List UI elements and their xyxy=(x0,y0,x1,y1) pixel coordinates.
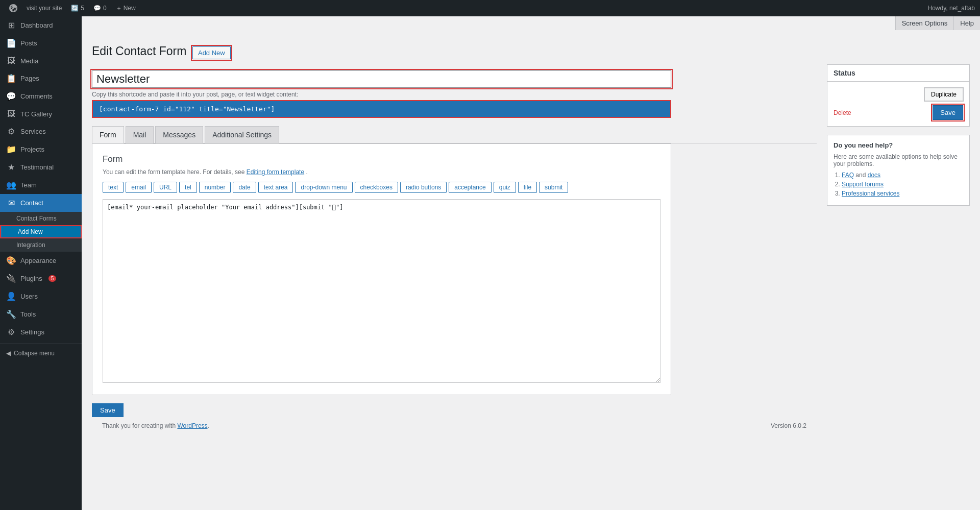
professional-services-link[interactable]: Professional services xyxy=(842,190,899,197)
tag-btn-checkboxes[interactable]: checkboxes xyxy=(355,182,398,193)
help-postbox-body: Do you need help? Here are some availabl… xyxy=(827,135,969,205)
adminbar-site-name: visit your site xyxy=(27,5,62,12)
sidebar-item-projects[interactable]: 📁 Projects xyxy=(0,140,82,158)
adminbar-howdy: Howdy, net_aftab xyxy=(927,5,975,12)
form-tabs: Form Mail Messages Additional Settings xyxy=(92,126,817,143)
sidebar-item-comments[interactable]: 💬 Comments xyxy=(0,87,82,105)
form-panel: Form You can edit the form template here… xyxy=(92,143,671,395)
tag-btn-dropdown[interactable]: drop-down menu xyxy=(295,182,352,193)
sidebar-item-tc-gallery[interactable]: 🖼 TC Gallery xyxy=(0,105,82,123)
tag-btn-number[interactable]: number xyxy=(199,182,231,193)
sidebar-item-pages[interactable]: 📋 Pages xyxy=(0,69,82,87)
tag-btn-url[interactable]: URL xyxy=(154,182,177,193)
save-button[interactable]: Save xyxy=(933,105,963,120)
wordpress-link[interactable]: WordPress xyxy=(177,422,207,429)
page-title: Edit Contact Form xyxy=(92,44,186,58)
tag-btn-textarea[interactable]: text area xyxy=(258,182,293,193)
faq-link[interactable]: FAQ xyxy=(842,172,854,179)
help-postbox: Do you need help? Here are some availabl… xyxy=(827,135,970,206)
sidebar-item-users[interactable]: 👤 Users xyxy=(0,287,82,305)
tag-btn-quiz[interactable]: quiz xyxy=(494,182,516,193)
adminbar-visit-site[interactable]: visit your site xyxy=(22,0,66,16)
tab-form[interactable]: Form xyxy=(92,126,124,143)
team-icon: 👥 xyxy=(6,180,16,190)
sidebar-item-contact[interactable]: ✉ Contact xyxy=(0,194,82,212)
collapse-menu-button[interactable]: ◀ Collapse menu xyxy=(0,346,82,361)
help-list: FAQ and docs Support forums Professional… xyxy=(842,172,963,197)
sidebar-item-posts[interactable]: 📄 Posts xyxy=(0,34,82,52)
pages-icon: 📋 xyxy=(6,74,16,83)
plugins-icon: 🔌 xyxy=(6,274,16,283)
bottom-save-button[interactable]: Save xyxy=(92,403,124,417)
sidebar-item-plugins[interactable]: 🔌 Plugins 5 xyxy=(0,270,82,287)
support-forums-link[interactable]: Support forums xyxy=(842,181,884,188)
tag-btn-text[interactable]: text xyxy=(103,182,124,193)
form-code-textarea[interactable]: [email* your-email placeholder "Your ema… xyxy=(103,199,660,383)
bottom-submit-area: Save xyxy=(92,403,817,417)
users-icon: 👤 xyxy=(6,292,16,301)
duplicate-button[interactable]: Duplicate xyxy=(924,88,963,101)
help-item-2: Support forums xyxy=(842,181,963,188)
projects-icon: 📁 xyxy=(6,144,16,154)
sidebar-item-dashboard[interactable]: ⊞ Dashboard xyxy=(0,16,82,34)
page-title-area: Edit Contact Form Add New xyxy=(92,44,970,59)
sidebar-item-integration[interactable]: Integration xyxy=(0,238,82,252)
help-intro: Here are some available options to help … xyxy=(834,153,963,167)
tab-additional-settings[interactable]: Additional Settings xyxy=(205,126,279,143)
tc-gallery-icon: 🖼 xyxy=(6,109,16,118)
sidebar-item-appearance[interactable]: 🎨 Appearance xyxy=(0,252,82,270)
comments-icon: 💬 xyxy=(6,91,16,101)
tag-btn-tel[interactable]: tel xyxy=(179,182,197,193)
appearance-icon: 🎨 xyxy=(6,256,16,265)
wp-logo[interactable] xyxy=(5,0,21,16)
posts-icon: 📄 xyxy=(6,38,16,48)
tag-buttons-group: text email URL tel number date text area… xyxy=(103,182,660,193)
help-item-1: FAQ and docs xyxy=(842,172,963,179)
status-postbox-body: Duplicate Delete Save xyxy=(827,82,969,126)
tag-btn-email[interactable]: email xyxy=(126,182,152,193)
tag-btn-radio[interactable]: radio buttons xyxy=(400,182,447,193)
tag-btn-file[interactable]: file xyxy=(518,182,537,193)
docs-link[interactable]: docs xyxy=(868,172,880,179)
help-title: Do you need help? xyxy=(834,141,963,149)
edit-form-main: Copy this shortcode and paste it into yo… xyxy=(92,64,817,434)
version: Version 6.0.2 xyxy=(771,422,806,429)
right-sidebar: Status Duplicate Delete Save xyxy=(827,64,970,214)
sidebar-item-tools[interactable]: 🔧 Tools xyxy=(0,305,82,323)
contact-submenu: Contact Forms Add New Integration xyxy=(0,212,82,252)
editing-form-template-link[interactable]: Editing form template xyxy=(247,168,304,176)
tag-btn-acceptance[interactable]: acceptance xyxy=(449,182,491,193)
contact-icon: ✉ xyxy=(6,198,16,208)
dashboard-icon: ⊞ xyxy=(6,20,16,30)
tag-btn-submit[interactable]: submit xyxy=(539,182,568,193)
sidebar: ⊞ Dashboard 📄 Posts 🖼 Media 📋 Pages 💬 Co… xyxy=(0,16,82,510)
adminbar-new[interactable]: ＋ New xyxy=(112,0,140,16)
sidebar-item-settings[interactable]: ⚙ Settings xyxy=(0,323,82,341)
title-wrap xyxy=(92,70,817,88)
plugins-badge: 5 xyxy=(48,275,57,282)
form-section-desc: You can edit the form template here. For… xyxy=(103,168,660,176)
sidebar-item-testimonial[interactable]: ★ Testimonial xyxy=(0,158,82,176)
footer: Thank you for creating with WordPress. V… xyxy=(92,417,817,434)
sidebar-item-media[interactable]: 🖼 Media xyxy=(0,52,82,69)
shortcode-bar[interactable]: [contact-form-7 id="112" title="Newslett… xyxy=(92,100,671,118)
tab-mail[interactable]: Mail xyxy=(126,126,154,143)
sidebar-item-contact-forms[interactable]: Contact Forms xyxy=(0,212,82,225)
sidebar-item-add-new[interactable]: Add New xyxy=(0,225,82,238)
duplicate-row: Duplicate xyxy=(834,88,963,101)
add-new-button[interactable]: Add New xyxy=(192,46,231,59)
adminbar-comments[interactable]: 💬 0 xyxy=(89,0,111,16)
adminbar-updates[interactable]: 🔄 5 xyxy=(67,0,88,16)
screen-options-button[interactable]: Screen Options xyxy=(895,16,954,30)
tag-btn-date[interactable]: date xyxy=(233,182,256,193)
help-button[interactable]: Help xyxy=(953,16,980,30)
delete-button[interactable]: Delete xyxy=(834,109,851,116)
form-title-input[interactable] xyxy=(92,70,671,88)
tab-messages[interactable]: Messages xyxy=(155,126,203,143)
sidebar-item-team[interactable]: 👥 Team xyxy=(0,176,82,194)
media-icon: 🖼 xyxy=(6,56,16,65)
help-item-3: Professional services xyxy=(842,190,963,197)
services-icon: ⚙ xyxy=(6,127,16,136)
sidebar-item-services[interactable]: ⚙ Services xyxy=(0,123,82,140)
status-postbox: Status Duplicate Delete Save xyxy=(827,64,970,127)
